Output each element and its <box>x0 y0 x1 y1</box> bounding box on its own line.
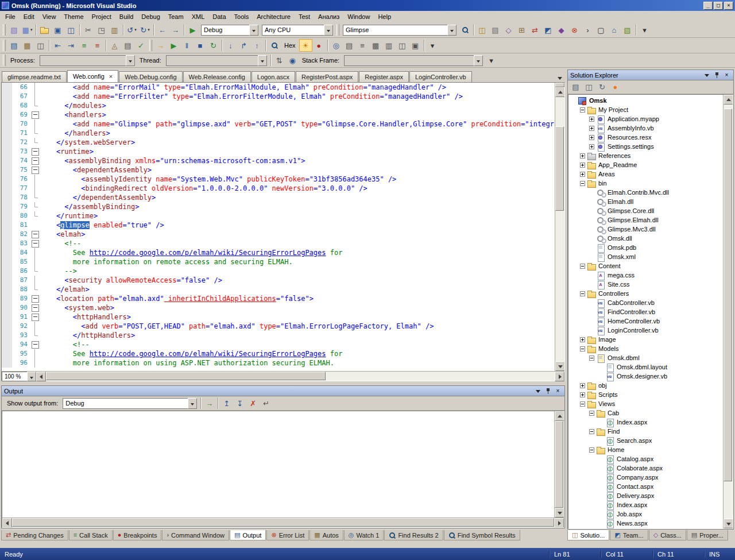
tree-item[interactable]: Application.myapp <box>568 114 723 123</box>
menu-project[interactable]: Project <box>88 11 115 22</box>
view-markup-icon[interactable]: ▤ <box>7 39 21 52</box>
code-line[interactable]: 96 more information on using ASP.NET aut… <box>2 358 555 368</box>
doc-tab-logon-ascx[interactable]: Logon.ascx <box>252 71 295 82</box>
tab-autos[interactable]: ▦Autos <box>310 530 343 540</box>
menu-xml[interactable]: XML <box>188 11 209 22</box>
quick-find-icon[interactable] <box>268 39 281 52</box>
step-out-icon[interactable]: ↑ <box>250 39 264 52</box>
tree-item[interactable]: App_Readme <box>568 160 723 169</box>
toolbox-icon[interactable]: ⊞ <box>515 24 528 36</box>
close-tab-icon[interactable]: × <box>109 74 113 79</box>
tree-item[interactable]: HomeController.vb <box>568 316 723 326</box>
tree-item[interactable]: bin <box>568 179 723 188</box>
tree-vertical-scrollbar[interactable] <box>723 95 733 528</box>
thread-combo[interactable] <box>166 55 267 66</box>
close-button[interactable]: × <box>724 2 733 10</box>
code-line[interactable]: 78 </dependentAssembly> <box>2 193 555 202</box>
code-area[interactable]: 66 <add name="ErrorMail" type="Elmah.Err… <box>2 83 555 371</box>
tab-properties[interactable]: ▤Proper... <box>687 530 728 540</box>
menu-theme[interactable]: Theme <box>60 11 87 22</box>
code-text[interactable]: </runtime> <box>40 211 555 221</box>
tab-output[interactable]: ▤Output <box>230 530 266 540</box>
collapse-icon[interactable] <box>580 264 585 269</box>
stack-frame-combo-dropdown-icon[interactable] <box>474 55 483 66</box>
window-position-icon[interactable] <box>534 387 543 395</box>
code-text[interactable]: <httpHandlers> <box>40 312 555 322</box>
menu-window[interactable]: Window <box>343 11 374 22</box>
menu-data[interactable]: Data <box>208 11 230 22</box>
tab-solution-explorer[interactable]: ◫Solutio... <box>567 530 609 540</box>
tree-item[interactable]: Omsk.dbml <box>568 353 723 362</box>
tab-find-results-2[interactable]: Find Results 2 <box>384 530 443 540</box>
tree-item[interactable]: Views <box>568 399 723 408</box>
tree-item[interactable]: Find <box>568 427 723 436</box>
uncomment-selection-icon[interactable]: ≡ <box>91 39 104 52</box>
toggle-breakpoint-icon[interactable]: ● <box>312 39 326 52</box>
editor-hscroll-thumb[interactable] <box>46 372 326 380</box>
collapse-icon[interactable] <box>589 447 594 453</box>
tree-item[interactable]: Catalog.aspx <box>568 454 723 464</box>
expand-icon[interactable] <box>580 163 585 168</box>
code-line[interactable]: 75 <dependentAssembly> <box>2 165 555 175</box>
next-message-icon[interactable]: ↧ <box>233 397 246 410</box>
call-stack-window-icon[interactable]: ≡ <box>356 39 369 52</box>
menu-architecture[interactable]: Architecture <box>253 11 295 22</box>
fold-collapse-icon[interactable] <box>30 239 40 248</box>
scroll-up-icon[interactable] <box>724 95 733 105</box>
debug-toolbar-options-icon[interactable]: ▾ <box>426 39 439 52</box>
modules-window-icon[interactable]: ◫ <box>396 39 409 52</box>
comment-selection-icon[interactable]: ≡ <box>78 39 91 52</box>
find-combo-dropdown-icon[interactable] <box>447 25 457 36</box>
output-vertical-scrollbar[interactable] <box>554 411 564 517</box>
code-line[interactable]: 76 <assemblyIdentity name="System.Web.Mv… <box>2 175 555 184</box>
find-combo[interactable]: Glimpse <box>343 25 457 36</box>
show-next-statement-icon[interactable]: → <box>154 39 167 52</box>
output-horizontal-scrollbar[interactable] <box>2 517 564 527</box>
scroll-down-icon[interactable] <box>555 361 564 371</box>
code-text[interactable]: <!-- <box>40 239 555 248</box>
processes-window-icon[interactable]: ▣ <box>409 39 422 52</box>
cut-icon[interactable]: ✂ <box>82 24 95 36</box>
scroll-up-icon[interactable] <box>555 87 564 97</box>
output-source-combo-dropdown-icon[interactable] <box>188 398 197 409</box>
expand-icon[interactable] <box>589 126 594 131</box>
code-line[interactable]: 73 <runtime> <box>2 147 555 156</box>
tree-item[interactable]: My Project <box>568 105 723 114</box>
stop-debugging-icon[interactable]: ■ <box>194 39 207 52</box>
tree-item[interactable]: FindController.vb <box>568 307 723 316</box>
fold-collapse-icon[interactable] <box>30 156 40 165</box>
tree-item[interactable]: Scripts <box>568 390 723 399</box>
fold-collapse-icon[interactable] <box>30 312 40 322</box>
code-line[interactable]: 71 </handlers> <box>2 129 555 138</box>
code-text[interactable]: <system.web> <box>40 303 555 312</box>
tree-item[interactable]: Index.aspx <box>568 418 723 427</box>
scroll-right-icon[interactable] <box>554 518 564 528</box>
code-text[interactable]: See http://code.google.com/p/elmah/wiki/… <box>40 248 555 257</box>
toolbar-grip[interactable] <box>149 40 152 51</box>
watch-window-icon[interactable]: ◎ <box>330 39 343 52</box>
memory-window-icon[interactable]: ▦ <box>369 39 382 52</box>
menu-view[interactable]: View <box>38 11 60 22</box>
save-icon[interactable]: ▣ <box>51 24 64 36</box>
flag-thread-icon[interactable]: ◉ <box>286 54 299 67</box>
tree-item[interactable]: Job.aspx <box>568 509 723 519</box>
tree-item[interactable]: Elmah.dll <box>568 197 723 206</box>
expand-icon[interactable] <box>580 392 585 397</box>
tree-item[interactable]: Search.aspx <box>568 436 723 445</box>
format-document-icon[interactable]: ▤ <box>121 39 134 52</box>
tree-item[interactable]: Omsk.designer.vb <box>568 372 723 381</box>
expand-icon[interactable] <box>589 117 594 122</box>
collapse-icon[interactable] <box>580 291 585 296</box>
doc-tab-register-aspx[interactable]: Register.aspx <box>359 71 409 82</box>
menu-build[interactable]: Build <box>115 11 137 22</box>
collapse-icon[interactable] <box>580 346 585 352</box>
tree-item[interactable]: CabController.vb <box>568 298 723 307</box>
process-combo[interactable] <box>40 55 135 66</box>
tree-item[interactable]: obj <box>568 381 723 390</box>
view-designer-icon[interactable]: ▦ <box>21 39 34 52</box>
doc-tab-registerpost-aspx[interactable]: RegisterPost.aspx <box>296 71 358 82</box>
tree-item[interactable]: Content <box>568 261 723 271</box>
menu-team[interactable]: Team <box>164 11 188 22</box>
tab-error-list[interactable]: ⊗Error List <box>266 530 309 540</box>
code-line[interactable]: 89 <location path="elmah.axd" inheritInC… <box>2 294 555 303</box>
